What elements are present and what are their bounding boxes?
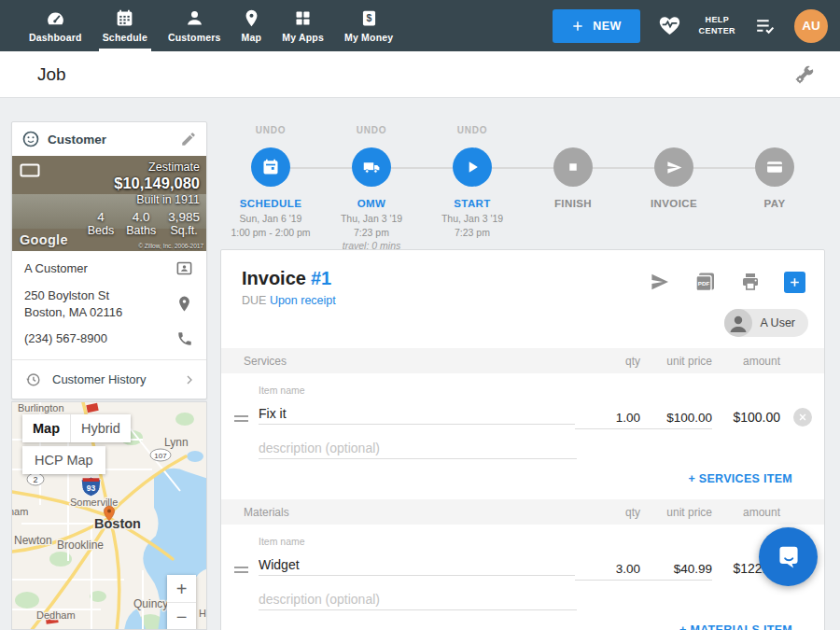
service-item-name-input[interactable] bbox=[259, 402, 575, 425]
add-services-row: + SERVICES ITEM bbox=[221, 459, 824, 499]
nav-tab-my-money[interactable]: $ My Money bbox=[334, 0, 403, 51]
page-header: Job bbox=[0, 51, 840, 98]
amount-column-header: amount bbox=[712, 506, 780, 519]
customer-face-icon bbox=[21, 130, 40, 148]
pay-step-circle[interactable] bbox=[755, 147, 794, 187]
material-item-name-input[interactable] bbox=[259, 553, 575, 576]
street-view-icon[interactable] bbox=[20, 163, 40, 177]
start-step-circle[interactable] bbox=[453, 147, 492, 187]
plus-icon bbox=[571, 20, 584, 33]
map-button-map[interactable]: Map bbox=[22, 414, 70, 442]
nav-tab-schedule[interactable]: Schedule bbox=[92, 0, 158, 51]
material-qty-input[interactable] bbox=[575, 558, 640, 581]
drag-handle-icon[interactable] bbox=[234, 536, 259, 576]
undo-link[interactable]: UNDO bbox=[222, 125, 319, 138]
invoice-due: DUE Upon receipt bbox=[242, 294, 824, 307]
nav-tab-map[interactable]: Map bbox=[231, 0, 273, 51]
material-unit-price-input[interactable] bbox=[640, 558, 712, 581]
photo-copyright: © Zillow, Inc. 2006-2017 bbox=[138, 243, 203, 249]
truck-icon bbox=[362, 158, 382, 177]
map-zoom-in-button[interactable]: + bbox=[167, 575, 196, 603]
map-zoom-out-button[interactable]: − bbox=[167, 603, 196, 630]
customer-history-label: Customer History bbox=[52, 372, 172, 386]
nav-tab-my-apps[interactable]: My Apps bbox=[272, 0, 334, 51]
print-icon[interactable] bbox=[739, 271, 762, 293]
job-tools-icon[interactable] bbox=[793, 63, 816, 86]
customer-phone: (234) 567-8900 bbox=[24, 330, 107, 347]
timeline-step-omw[interactable]: UNDO OMW Thu, Jan 3 '197:23 pm travel: 0… bbox=[323, 125, 420, 251]
customer-address-row: 250 Boylston St Boston, MA 02116 bbox=[12, 286, 206, 329]
service-unit-price-input[interactable] bbox=[640, 407, 712, 429]
undo-link[interactable]: UNDO bbox=[323, 125, 420, 138]
chevron-right-icon bbox=[182, 372, 197, 387]
material-description-input[interactable] bbox=[259, 588, 577, 610]
help-center-link[interactable]: HELP CENTER bbox=[699, 15, 735, 36]
customer-history-row[interactable]: Customer History bbox=[12, 359, 206, 399]
item-name-label: Item name bbox=[259, 385, 575, 396]
map-button-hybrid[interactable]: Hybrid bbox=[70, 414, 131, 442]
undo-link[interactable]: UNDO bbox=[424, 125, 521, 138]
sqft-label: Sq.ft. bbox=[168, 224, 200, 237]
baths-value: 4.0 bbox=[126, 210, 156, 224]
nav-label: Schedule bbox=[103, 32, 147, 43]
services-section-header: Services qty unit price amount bbox=[221, 348, 824, 373]
property-photo[interactable]: Zestimate $10,149,080 Built in 1911 4 4.… bbox=[12, 156, 206, 251]
schedule-step-circle[interactable] bbox=[251, 147, 290, 187]
step-label: OMW bbox=[323, 198, 420, 209]
assignee-chip[interactable]: A User bbox=[724, 309, 808, 337]
nav-tabs: Dashboard Schedule Customers Map My Apps… bbox=[0, 0, 403, 51]
nav-tab-customers[interactable]: Customers bbox=[158, 0, 231, 51]
timeline-step-schedule[interactable]: UNDO SCHEDULE Sun, Jan 6 '191:00 pm - 2:… bbox=[222, 125, 319, 251]
timeline-step-invoice[interactable]: INVOICE bbox=[625, 125, 722, 251]
invoice-number[interactable]: #1 bbox=[311, 268, 331, 288]
step-label: INVOICE bbox=[625, 198, 722, 209]
phone-icon[interactable] bbox=[176, 330, 193, 347]
timeline-step-pay[interactable]: PAY bbox=[726, 125, 823, 251]
money-icon: $ bbox=[359, 8, 379, 28]
nav-tab-dashboard[interactable]: Dashboard bbox=[19, 0, 92, 51]
beds-value: 4 bbox=[88, 210, 115, 224]
drag-handle-icon[interactable] bbox=[234, 385, 259, 425]
zestimate-label: Zestimate bbox=[114, 161, 200, 174]
add-materials-item-link[interactable]: + MATERIALS ITEM bbox=[679, 623, 792, 630]
due-value-link[interactable]: Upon receipt bbox=[270, 294, 336, 307]
add-services-item-link[interactable]: + SERVICES ITEM bbox=[688, 472, 792, 485]
finish-step-circle[interactable] bbox=[553, 147, 593, 187]
edit-pencil-icon[interactable] bbox=[180, 131, 197, 147]
user-avatar[interactable]: AU bbox=[794, 9, 828, 43]
heart-pulse-icon[interactable] bbox=[658, 14, 681, 37]
checklist-icon[interactable] bbox=[753, 14, 777, 37]
nav-label: My Money bbox=[344, 32, 393, 43]
customers-icon bbox=[185, 8, 204, 28]
pdf-icon[interactable]: PDF bbox=[693, 271, 717, 293]
item-name-label: Item name bbox=[259, 536, 575, 547]
timeline-step-finish[interactable]: FINISH bbox=[525, 125, 622, 251]
contact-card-icon[interactable] bbox=[175, 259, 193, 277]
invoice-card: Invoice#1 DUE Upon receipt PDF A User Se… bbox=[220, 249, 825, 630]
amount-column-header: amount bbox=[712, 355, 780, 368]
map-button-hcp[interactable]: HCP Map bbox=[22, 446, 105, 474]
send-invoice-icon[interactable] bbox=[649, 271, 671, 293]
service-amount: $100.00 bbox=[712, 385, 780, 425]
send-icon bbox=[665, 159, 683, 176]
step-dates: Thu, Jan 3 '197:23 pm bbox=[424, 212, 521, 240]
add-materials-row: + MATERIALS ITEM bbox=[221, 610, 824, 630]
timeline-step-start[interactable]: UNDO START Thu, Jan 3 '197:23 pm bbox=[424, 125, 521, 251]
service-description-input[interactable] bbox=[259, 437, 577, 459]
svg-text:PDF: PDF bbox=[698, 280, 710, 287]
map-widget[interactable]: 93 2 107 Burlington Lynn Somerville ham … bbox=[11, 401, 207, 630]
service-qty-input[interactable] bbox=[575, 407, 640, 429]
add-invoice-button[interactable] bbox=[784, 272, 805, 293]
new-button-label: NEW bbox=[593, 20, 621, 33]
remove-service-item-button[interactable] bbox=[793, 408, 812, 427]
close-icon bbox=[798, 413, 807, 422]
address-line2: Boston, MA 02116 bbox=[24, 305, 122, 319]
new-button[interactable]: NEW bbox=[553, 9, 639, 43]
help-line1: HELP bbox=[699, 15, 735, 26]
location-pin-icon[interactable] bbox=[175, 295, 193, 313]
invoice-step-circle[interactable] bbox=[654, 147, 693, 187]
omw-step-circle[interactable] bbox=[352, 147, 391, 187]
credit-card-icon bbox=[765, 158, 784, 176]
svg-text:93: 93 bbox=[87, 483, 96, 493]
chat-support-button[interactable] bbox=[759, 527, 818, 586]
